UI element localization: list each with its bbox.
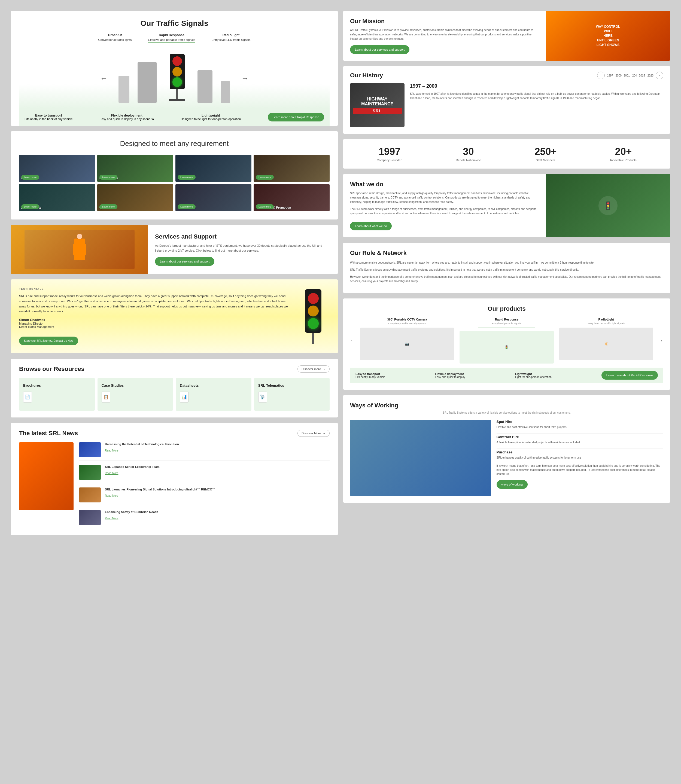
req-airports-learn[interactable]: Learn more xyxy=(21,204,39,209)
req-advertising-learn[interactable]: Learn more xyxy=(256,204,274,209)
req-construction-learn[interactable]: Learn more xyxy=(100,175,117,180)
whatwedo-cta[interactable]: Learn about what we do xyxy=(350,222,392,231)
role-para2: SRL Traffic Systems focus on providing a… xyxy=(350,268,663,272)
feature-deployment-label: Flexible deployment xyxy=(100,114,154,117)
signal-img-small-2 xyxy=(221,81,230,103)
products-cta[interactable]: Learn more about Rapid Response xyxy=(602,371,658,379)
prev-signal-arrow[interactable]: ← xyxy=(100,74,108,83)
mission-cta[interactable]: Learn about our services and support xyxy=(350,45,409,54)
tab-rapid-response[interactable]: Rapid Response Effective and portable tr… xyxy=(148,33,195,43)
req-airports: Airports/Ports Learn more xyxy=(19,184,95,211)
requirements-card: Designed to meet any requirement Events … xyxy=(11,131,338,220)
two-col-layout: Our Traffic Signals UrbanKit Conventiona… xyxy=(11,11,670,535)
req-quarries-learn[interactable]: Learn more xyxy=(100,204,117,209)
products-next-btn[interactable]: → xyxy=(657,337,663,344)
history-header: Our History ‹ 1997 - 2000 2001 - 204 201… xyxy=(343,66,670,83)
req-quarries: Quarries Learn more xyxy=(97,184,173,211)
ways-cta[interactable]: ways of working xyxy=(497,480,527,489)
news-item-1: Harnessing the Potential of Technologica… xyxy=(79,442,329,461)
signal-features: Easy to transport Fits neatly in the bac… xyxy=(19,108,329,126)
products-features: Easy to transport Fits neatly in any veh… xyxy=(350,368,663,383)
way-purchase: Purchase SRL enhances quality of cutting… xyxy=(497,450,664,460)
product-rapid-name: Rapid Response xyxy=(459,318,554,321)
req-haul-learn[interactable]: Learn more xyxy=(177,204,196,209)
rapid-response-cta[interactable]: Learn more about Rapid Response xyxy=(268,113,324,122)
whatwedo-image: 🚦 xyxy=(546,174,670,237)
tab-radiolight[interactable]: RadioLight Entry level LED traffic signa… xyxy=(212,33,250,43)
tab-urbankit[interactable]: UrbanKit Conventional traffic lights xyxy=(98,33,132,43)
product-rapid: Rapid Response Entry level portable sign… xyxy=(459,318,554,364)
tab-rapid-sub: Effective and portable traffic signals xyxy=(148,38,195,41)
stat-depots-label: Depots Nationwide xyxy=(456,158,481,162)
products-items: 360° Portable CCTV Camera Complete porta… xyxy=(360,318,653,364)
news-item-3-read-more[interactable]: Read More xyxy=(105,494,118,497)
news-item-4-title: Enhancing Safety at Cumbrian Roads xyxy=(105,510,158,514)
stat-staff-label: Staff Members xyxy=(534,158,556,162)
history-next-btn[interactable]: › xyxy=(656,72,663,79)
history-prev-btn[interactable]: ‹ xyxy=(597,72,605,79)
testimonial-label: TESTIMONIALS xyxy=(19,288,291,290)
news-item-2: SRL Expands Senior Leadership Team Read … xyxy=(79,465,329,484)
resource-case-studies[interactable]: Case Studies 📋 xyxy=(98,378,173,411)
whatwedo-card: What we do SRL specialise in the design,… xyxy=(343,174,670,237)
resource-datasheets[interactable]: Datasheets 📊 xyxy=(176,378,252,411)
testimonial-text: SRL's hire and support model really work… xyxy=(19,294,291,314)
signals-display: ← xyxy=(19,49,329,108)
way-spot-hire-desc: Flexible and cost effective solutions fo… xyxy=(497,425,664,429)
services-image xyxy=(11,225,148,274)
traffic-light-green xyxy=(308,318,319,329)
traffic-signals-card: Our Traffic Signals UrbanKit Conventiona… xyxy=(11,11,338,126)
feature-transport-label: Easy to transport xyxy=(25,114,73,117)
news-item-3-title: SRL Launches Pioneering Signal Solutions… xyxy=(105,487,215,492)
traffic-signals-title: Our Traffic Signals xyxy=(19,19,329,28)
news-item-1-read-more[interactable]: Read More xyxy=(105,449,118,452)
news-item-2-read-more[interactable]: Read More xyxy=(105,472,118,475)
pf-lightweight-label: Lightweight xyxy=(515,372,552,376)
news-discover-label: Discover More xyxy=(301,432,321,435)
ways-list: Spot Hire Flexible and cost effective so… xyxy=(497,420,664,496)
next-signal-arrow[interactable]: → xyxy=(241,74,249,83)
req-high-speed-learn[interactable]: Learn more xyxy=(256,175,274,180)
stat-founded: 1997 Company Founded xyxy=(377,146,402,162)
stat-products-label: Innovative Products xyxy=(610,158,637,162)
pf-lightweight: Lightweight Light for one-person operati… xyxy=(515,372,552,379)
product-radiolight-img: 🔆 xyxy=(559,327,653,360)
signal-img-main xyxy=(165,54,189,103)
news-discover-btn[interactable]: Discover More → xyxy=(298,430,329,437)
testimonial-cta[interactable]: Start your SRL Journey. Contact Us Now xyxy=(19,337,78,345)
whatwedo-title: What we do xyxy=(350,181,539,188)
testimonial-card: TESTIMONIALS SRL's hire and support mode… xyxy=(11,280,338,353)
feature-lightweight: Lightweight Designed to be light for one… xyxy=(181,114,241,121)
resource-telematics-icon: 📡 xyxy=(258,392,267,403)
services-img-inner xyxy=(25,230,134,269)
news-header: The latest SRL News Discover More → xyxy=(19,430,329,437)
testimonial-content: TESTIMONIALS SRL's hire and support mode… xyxy=(19,288,291,345)
traffic-light-display xyxy=(297,289,329,344)
product-cctv-img: 📷 xyxy=(360,327,454,360)
role-content: With a comprehensive depot network, SRL … xyxy=(350,261,663,286)
stat-products-number: 20+ xyxy=(610,146,637,157)
news-item-4: Enhancing Safety at Cumbrian Roads Read … xyxy=(79,510,329,528)
resource-case-studies-icon: 📋 xyxy=(101,392,110,403)
mission-description: At SRL Traffic Systems, our mission is t… xyxy=(350,28,539,41)
services-cta[interactable]: Learn about our services and support xyxy=(155,257,214,266)
news-title: The latest SRL News xyxy=(19,430,78,437)
resources-discover-btn[interactable]: Discover more → xyxy=(298,365,329,373)
resource-brochures[interactable]: Brochures 📄 xyxy=(19,378,95,411)
req-events-learn[interactable]: Learn more xyxy=(21,175,39,180)
news-thumb-3 xyxy=(79,487,101,503)
req-low-speed-learn[interactable]: Learn more xyxy=(177,175,196,180)
products-prev-btn[interactable]: ← xyxy=(350,337,356,344)
role-para3: However, we understand the importance of… xyxy=(350,275,663,283)
resource-telematics-label: SRL Telematics xyxy=(258,383,284,387)
news-item-4-read-more[interactable]: Read More xyxy=(105,517,118,520)
resource-telematics[interactable]: SRL Telematics 📡 xyxy=(254,378,330,411)
pf-deployment: Flexible deployment Easy and quick to de… xyxy=(435,372,465,379)
news-item-3: SRL Launches Pioneering Signal Solutions… xyxy=(79,487,329,506)
req-advertising: Advertising & Promotion Learn more xyxy=(253,184,329,211)
stat-depots: 30 Depots Nationwide xyxy=(456,146,481,162)
products-card: Our products ← 360° Portable CCTV Camera… xyxy=(343,299,670,390)
role-card: Our Role & Network With a comprehensive … xyxy=(343,243,670,293)
tab-radio-label: RadioLight xyxy=(223,33,240,37)
news-layout: Harnessing the Potential of Technologica… xyxy=(19,442,329,528)
